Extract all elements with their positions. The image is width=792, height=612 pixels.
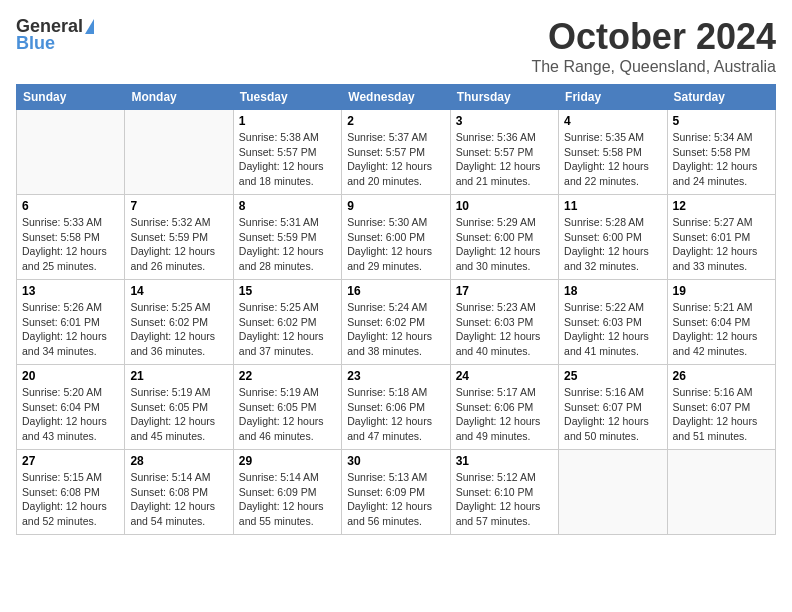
column-header-tuesday: Tuesday [233,85,341,110]
day-number: 9 [347,199,444,213]
day-number: 27 [22,454,119,468]
week-row-3: 13Sunrise: 5:26 AM Sunset: 6:01 PM Dayli… [17,280,776,365]
calendar-cell: 3Sunrise: 5:36 AM Sunset: 5:57 PM Daylig… [450,110,558,195]
day-info: Sunrise: 5:26 AM Sunset: 6:01 PM Dayligh… [22,300,119,359]
calendar-cell: 28Sunrise: 5:14 AM Sunset: 6:08 PM Dayli… [125,450,233,535]
day-info: Sunrise: 5:16 AM Sunset: 6:07 PM Dayligh… [673,385,770,444]
column-header-monday: Monday [125,85,233,110]
calendar-cell [667,450,775,535]
calendar-cell: 25Sunrise: 5:16 AM Sunset: 6:07 PM Dayli… [559,365,667,450]
calendar-cell: 24Sunrise: 5:17 AM Sunset: 6:06 PM Dayli… [450,365,558,450]
title-area: October 2024 The Range, Queensland, Aust… [531,16,776,76]
day-number: 14 [130,284,227,298]
day-info: Sunrise: 5:34 AM Sunset: 5:58 PM Dayligh… [673,130,770,189]
day-number: 1 [239,114,336,128]
day-info: Sunrise: 5:27 AM Sunset: 6:01 PM Dayligh… [673,215,770,274]
calendar-cell: 30Sunrise: 5:13 AM Sunset: 6:09 PM Dayli… [342,450,450,535]
day-number: 5 [673,114,770,128]
day-number: 11 [564,199,661,213]
day-number: 30 [347,454,444,468]
day-number: 4 [564,114,661,128]
column-header-saturday: Saturday [667,85,775,110]
day-number: 17 [456,284,553,298]
day-info: Sunrise: 5:20 AM Sunset: 6:04 PM Dayligh… [22,385,119,444]
day-info: Sunrise: 5:37 AM Sunset: 5:57 PM Dayligh… [347,130,444,189]
logo-arrow-icon [85,19,94,34]
day-number: 2 [347,114,444,128]
calendar-cell: 21Sunrise: 5:19 AM Sunset: 6:05 PM Dayli… [125,365,233,450]
day-number: 15 [239,284,336,298]
day-info: Sunrise: 5:12 AM Sunset: 6:10 PM Dayligh… [456,470,553,529]
calendar-cell: 29Sunrise: 5:14 AM Sunset: 6:09 PM Dayli… [233,450,341,535]
calendar-cell: 9Sunrise: 5:30 AM Sunset: 6:00 PM Daylig… [342,195,450,280]
calendar-cell: 5Sunrise: 5:34 AM Sunset: 5:58 PM Daylig… [667,110,775,195]
day-info: Sunrise: 5:19 AM Sunset: 6:05 PM Dayligh… [130,385,227,444]
day-info: Sunrise: 5:30 AM Sunset: 6:00 PM Dayligh… [347,215,444,274]
day-info: Sunrise: 5:31 AM Sunset: 5:59 PM Dayligh… [239,215,336,274]
calendar-cell: 7Sunrise: 5:32 AM Sunset: 5:59 PM Daylig… [125,195,233,280]
day-info: Sunrise: 5:28 AM Sunset: 6:00 PM Dayligh… [564,215,661,274]
day-number: 3 [456,114,553,128]
day-number: 7 [130,199,227,213]
calendar-cell: 4Sunrise: 5:35 AM Sunset: 5:58 PM Daylig… [559,110,667,195]
day-number: 20 [22,369,119,383]
calendar-cell: 6Sunrise: 5:33 AM Sunset: 5:58 PM Daylig… [17,195,125,280]
week-row-2: 6Sunrise: 5:33 AM Sunset: 5:58 PM Daylig… [17,195,776,280]
day-info: Sunrise: 5:15 AM Sunset: 6:08 PM Dayligh… [22,470,119,529]
day-info: Sunrise: 5:23 AM Sunset: 6:03 PM Dayligh… [456,300,553,359]
week-row-5: 27Sunrise: 5:15 AM Sunset: 6:08 PM Dayli… [17,450,776,535]
day-number: 10 [456,199,553,213]
day-info: Sunrise: 5:35 AM Sunset: 5:58 PM Dayligh… [564,130,661,189]
calendar-cell: 10Sunrise: 5:29 AM Sunset: 6:00 PM Dayli… [450,195,558,280]
day-number: 8 [239,199,336,213]
column-header-thursday: Thursday [450,85,558,110]
day-info: Sunrise: 5:24 AM Sunset: 6:02 PM Dayligh… [347,300,444,359]
day-info: Sunrise: 5:17 AM Sunset: 6:06 PM Dayligh… [456,385,553,444]
calendar-cell: 17Sunrise: 5:23 AM Sunset: 6:03 PM Dayli… [450,280,558,365]
day-info: Sunrise: 5:25 AM Sunset: 6:02 PM Dayligh… [239,300,336,359]
calendar-header-row: SundayMondayTuesdayWednesdayThursdayFrid… [17,85,776,110]
month-title: October 2024 [531,16,776,58]
calendar-table: SundayMondayTuesdayWednesdayThursdayFrid… [16,84,776,535]
column-header-sunday: Sunday [17,85,125,110]
day-info: Sunrise: 5:22 AM Sunset: 6:03 PM Dayligh… [564,300,661,359]
day-number: 12 [673,199,770,213]
calendar-cell: 22Sunrise: 5:19 AM Sunset: 6:05 PM Dayli… [233,365,341,450]
calendar-cell: 16Sunrise: 5:24 AM Sunset: 6:02 PM Dayli… [342,280,450,365]
day-number: 16 [347,284,444,298]
logo-blue-text: Blue [16,33,55,54]
calendar-cell: 13Sunrise: 5:26 AM Sunset: 6:01 PM Dayli… [17,280,125,365]
day-info: Sunrise: 5:14 AM Sunset: 6:08 PM Dayligh… [130,470,227,529]
calendar-cell: 31Sunrise: 5:12 AM Sunset: 6:10 PM Dayli… [450,450,558,535]
day-number: 6 [22,199,119,213]
calendar-cell [125,110,233,195]
day-info: Sunrise: 5:19 AM Sunset: 6:05 PM Dayligh… [239,385,336,444]
day-number: 22 [239,369,336,383]
day-info: Sunrise: 5:25 AM Sunset: 6:02 PM Dayligh… [130,300,227,359]
calendar-cell: 12Sunrise: 5:27 AM Sunset: 6:01 PM Dayli… [667,195,775,280]
day-number: 29 [239,454,336,468]
calendar-cell: 23Sunrise: 5:18 AM Sunset: 6:06 PM Dayli… [342,365,450,450]
day-info: Sunrise: 5:33 AM Sunset: 5:58 PM Dayligh… [22,215,119,274]
column-header-wednesday: Wednesday [342,85,450,110]
calendar-cell: 2Sunrise: 5:37 AM Sunset: 5:57 PM Daylig… [342,110,450,195]
logo: General Blue [16,16,94,54]
subtitle: The Range, Queensland, Australia [531,58,776,76]
calendar-cell: 26Sunrise: 5:16 AM Sunset: 6:07 PM Dayli… [667,365,775,450]
day-number: 13 [22,284,119,298]
calendar-cell: 19Sunrise: 5:21 AM Sunset: 6:04 PM Dayli… [667,280,775,365]
calendar-cell [17,110,125,195]
column-header-friday: Friday [559,85,667,110]
day-number: 24 [456,369,553,383]
day-number: 23 [347,369,444,383]
day-number: 28 [130,454,227,468]
day-info: Sunrise: 5:18 AM Sunset: 6:06 PM Dayligh… [347,385,444,444]
day-info: Sunrise: 5:13 AM Sunset: 6:09 PM Dayligh… [347,470,444,529]
day-number: 25 [564,369,661,383]
calendar-cell: 14Sunrise: 5:25 AM Sunset: 6:02 PM Dayli… [125,280,233,365]
day-info: Sunrise: 5:32 AM Sunset: 5:59 PM Dayligh… [130,215,227,274]
day-info: Sunrise: 5:38 AM Sunset: 5:57 PM Dayligh… [239,130,336,189]
calendar-cell: 15Sunrise: 5:25 AM Sunset: 6:02 PM Dayli… [233,280,341,365]
day-info: Sunrise: 5:14 AM Sunset: 6:09 PM Dayligh… [239,470,336,529]
week-row-4: 20Sunrise: 5:20 AM Sunset: 6:04 PM Dayli… [17,365,776,450]
